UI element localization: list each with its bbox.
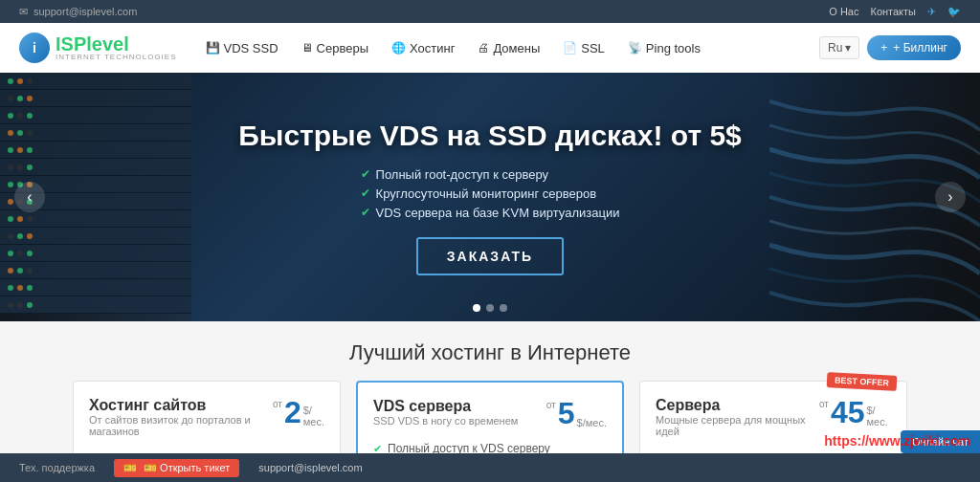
servers-card-price: от 45 $/мес.: [819, 397, 891, 427]
hosting-card-header: Хостинг сайтов От сайтов визиток до порт…: [89, 397, 324, 447]
billing-button[interactable]: + + Биллинг: [867, 35, 961, 60]
nav-ping-tools[interactable]: 📡 Ping tools: [618, 35, 710, 61]
ping-icon: 📡: [628, 41, 642, 55]
logo[interactable]: i ISPlevel INTERNET TECHNOLOGIES: [19, 33, 177, 63]
top-bar-left: ✉ support@isplevel.com: [19, 6, 137, 18]
hosting-icon: 🌐: [391, 41, 406, 55]
hero-feature-1: ✔ Полный root-доступ к серверу: [361, 167, 548, 182]
hero-dots: [473, 304, 507, 312]
chevron-down-icon: ▾: [845, 41, 851, 55]
ssl-icon: 📄: [563, 41, 577, 55]
vds-card-sub: SSD VDS в ногу со временем: [373, 415, 518, 427]
servers-icon: 🖥: [301, 41, 313, 55]
hero-feature-2: ✔ Круглосуточный мониторинг серверов: [361, 186, 596, 201]
telegram-icon[interactable]: ✈: [927, 6, 936, 18]
open-ticket-button[interactable]: 🎫 🎫 Открыть тикет: [114, 459, 239, 477]
footer-email[interactable]: support@isplevel.com: [258, 462, 362, 473]
hero-next-button[interactable]: ›: [935, 182, 966, 212]
logo-icon: i: [19, 33, 50, 63]
logo-main: ISPlevel: [56, 34, 177, 54]
check-icon-3: ✔: [361, 206, 370, 219]
main-nav: i ISPlevel INTERNET TECHNOLOGIES 💾 VDS S…: [0, 23, 980, 73]
top-bar-right: О Нас Контакты ✈ 🐦: [829, 6, 961, 18]
support-email: support@isplevel.com: [33, 6, 137, 17]
ticket-icon: 🎫: [123, 462, 137, 474]
hero-section: Быстрые VDS на SSD дисках! от 5$ ✔ Полны…: [0, 73, 980, 321]
twitter-icon[interactable]: 🐦: [947, 6, 961, 18]
language-selector[interactable]: Ru ▾: [819, 36, 859, 59]
hosting-card-title: Хостинг сайтов: [89, 397, 273, 414]
tech-support-label: Тех. поддержка: [19, 462, 95, 473]
contacts-link[interactable]: Контакты: [870, 6, 916, 17]
hero-title: Быстрые VDS на SSD дисках! от 5$: [238, 120, 742, 152]
nav-vds-ssd[interactable]: 💾 VDS SSD: [196, 35, 288, 61]
email-icon: ✉: [19, 6, 28, 18]
servers-card-sub: Мощные сервера для мощных идей: [656, 414, 819, 437]
watermark: https://www.zjwiki.com: [824, 433, 970, 449]
footer-bar: Тех. поддержка 🎫 🎫 Открыть тикет support…: [0, 453, 980, 482]
logo-text: ISPlevel INTERNET TECHNOLOGIES: [56, 34, 177, 61]
vds-card-header: VDS сервера SSD VDS в ногу со временем о…: [373, 398, 607, 436]
nav-hosting[interactable]: 🌐 Хостинг: [382, 35, 464, 61]
vds-icon: 💾: [206, 41, 220, 55]
logo-sub: INTERNET TECHNOLOGIES: [56, 54, 177, 61]
hosting-card-sub: От сайтов визиток до порталов и магазино…: [89, 414, 273, 437]
top-bar: ✉ support@isplevel.com О Нас Контакты ✈ …: [0, 0, 980, 23]
nav-ssl[interactable]: 📄 SSL: [553, 35, 614, 61]
hero-dot-2[interactable]: [486, 304, 494, 312]
vds-card-title: VDS сервера: [373, 398, 518, 415]
servers-card-title: Сервера: [656, 397, 819, 414]
hero-features: ✔ Полный root-доступ к серверу ✔ Круглос…: [361, 167, 620, 220]
domains-icon: 🖨: [478, 41, 489, 55]
check-icon-1: ✔: [361, 167, 370, 181]
hero-prev-button[interactable]: ‹: [14, 182, 45, 212]
check-icon-2: ✔: [361, 186, 370, 200]
about-link[interactable]: О Нас: [829, 6, 858, 17]
hero-feature-3: ✔ VDS сервера на базе KVM виртуализации: [361, 206, 620, 220]
nav-links: 💾 VDS SSD 🖥 Серверы 🌐 Хостинг 🖨 Домены 📄…: [196, 35, 820, 61]
billing-icon: +: [880, 41, 887, 55]
vds-card-price: от 5 $/мес.: [546, 398, 607, 428]
nav-right: Ru ▾ + + Биллинг: [819, 35, 961, 60]
hosting-card-price: от 2 $/мес.: [273, 397, 324, 427]
hero-dot-1[interactable]: [473, 304, 480, 312]
order-button[interactable]: ЗАКАЗАТЬ: [416, 237, 564, 275]
nav-servers[interactable]: 🖥 Серверы: [292, 35, 378, 61]
nav-domains[interactable]: 🖨 Домены: [468, 35, 549, 61]
best-offer-badge: BEST OFFER: [827, 372, 898, 391]
hero-dot-3[interactable]: [500, 304, 507, 312]
hero-content: Быстрые VDS на SSD дисках! от 5$ ✔ Полны…: [0, 73, 980, 321]
